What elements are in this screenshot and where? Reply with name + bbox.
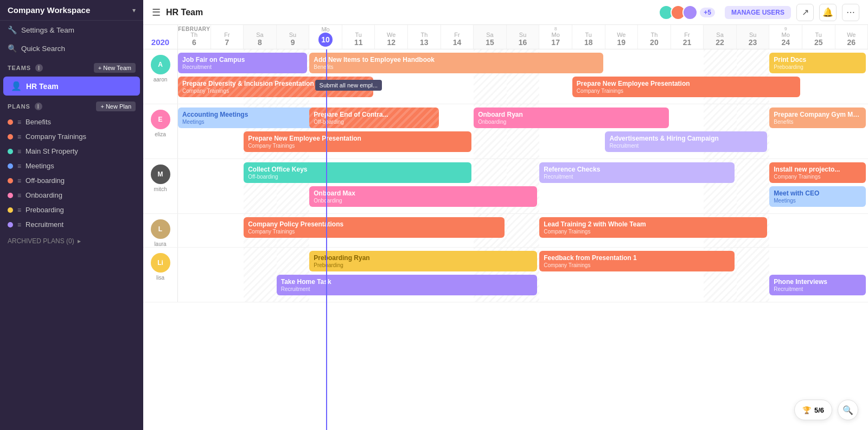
plan-name: Meetings	[25, 162, 54, 170]
plan-item-meetings[interactable]: ≡ Meetings	[0, 159, 143, 173]
plan-item-recruitment[interactable]: ≡ Recruitment	[0, 217, 143, 232]
avatar: A	[151, 55, 170, 74]
task-bar[interactable]: Print Docs Preboarding	[769, 53, 866, 73]
plan-name: Recruitment	[25, 220, 63, 229]
search-circle-button[interactable]: 🔍	[838, 400, 858, 420]
date-col-7: Fr7	[211, 25, 244, 49]
task-plan: Company Trainings	[248, 229, 500, 235]
task-bar[interactable]: Take Home Task Recruitment	[277, 275, 538, 295]
team-item-hr[interactable]: 👤 HR Team	[3, 77, 140, 96]
plan-name: Benefits	[25, 118, 51, 126]
day-num: 9	[291, 38, 295, 47]
calendar-row: Li lisa Preboarding Ryan Preboarding Fee…	[143, 248, 868, 302]
task-plan: Preboarding	[774, 64, 861, 70]
task-bar[interactable]: Lead Training 2 with Whole Team Company …	[539, 217, 767, 238]
quick-search-nav[interactable]: 🔍 Quick Search	[0, 39, 143, 58]
avatar-3	[682, 5, 698, 20]
task-plan: Onboarding	[478, 119, 665, 125]
plan-item-onboarding[interactable]: ≡ Onboarding	[0, 188, 143, 203]
plan-item-off-boarding[interactable]: ≡ Off-boarding	[0, 173, 143, 188]
task-title: Phone Interviews	[774, 278, 861, 286]
day-abbr: Su	[749, 31, 756, 38]
task-plan: Company Trainings	[774, 174, 861, 180]
task-bar[interactable]: Advertisements & Hiring Campaign Recruit…	[605, 131, 767, 152]
task-title: Prepare Company Gym Me...	[774, 111, 861, 118]
task-bar[interactable]: Onboard Ryan Onboarding	[474, 108, 669, 128]
task-bar[interactable]: Prepare Company Gym Me... Benefits	[769, 108, 866, 128]
row-grid: Collect Office Keys Off-boarding Referen…	[178, 159, 868, 213]
plans-list: ≡ Benefits ≡ Company Trainings ≡ Main St…	[0, 115, 143, 232]
settings-team-nav[interactable]: 🔧 Settings & Team	[0, 21, 143, 39]
day-abbr: Sa	[256, 31, 263, 38]
date-col-6: FEBRUARYTh6	[178, 25, 211, 49]
date-col-19: We19	[605, 25, 639, 49]
task-plan: Benefits	[774, 119, 861, 125]
archived-label: ARCHIVED PLANS (0)	[8, 237, 74, 245]
user-name: mitch	[154, 186, 167, 192]
plan-bar-icon: ≡	[17, 118, 21, 126]
task-bar[interactable]: Install new projecto... Company Training…	[769, 162, 866, 183]
weekend-overlay	[244, 248, 277, 302]
task-bar[interactable]: Onboard Max Onboarding	[309, 186, 537, 207]
task-plan: Preboarding	[314, 262, 533, 268]
date-col-16: Su16	[507, 25, 540, 49]
manage-users-button[interactable]: MANAGE USERS	[725, 6, 791, 19]
calendar-row: E eliza Accounting Meetings Meetings Pre…	[143, 104, 868, 159]
settings-icon: 🔧	[8, 26, 17, 34]
share-icon[interactable]: ↗	[796, 4, 814, 21]
menu-icon[interactable]: ☰	[152, 7, 161, 18]
row-grid: Preboarding Ryan Preboarding Feedback fr…	[178, 248, 868, 302]
calendar-body: Submit all new empl... A aaron Job Fair …	[143, 49, 868, 430]
task-plan: Benefits	[314, 64, 598, 70]
day-abbr: Th	[190, 31, 197, 38]
user-name: laura	[154, 241, 166, 247]
task-bar[interactable]: Prepare New Employee Presentation Compan…	[244, 131, 471, 152]
task-bar[interactable]: Company Policy Presentations Company Tra…	[244, 217, 505, 238]
task-bar[interactable]: Prepare New Employee Presentation Compan…	[572, 77, 800, 97]
task-bar[interactable]: Prepare End of Contra... Off-boarding	[309, 108, 438, 128]
plan-name: Onboarding	[25, 191, 62, 199]
plan-dot	[8, 134, 13, 140]
settings-label: Settings & Team	[21, 26, 74, 34]
day-num: 26	[847, 38, 856, 47]
row-user-eliza: E eliza	[143, 104, 178, 159]
month-label: FEBRUARY	[178, 26, 210, 32]
new-plan-button[interactable]: + New Plan	[96, 102, 136, 111]
day-num: 23	[749, 38, 757, 47]
sidebar-header[interactable]: Company Workspace ▾	[0, 0, 143, 21]
plan-item-benefits[interactable]: ≡ Benefits	[0, 115, 143, 129]
row-grid: Job Fair on Campus Recruitment Add New I…	[178, 49, 868, 104]
calendar-row: M mitch Collect Office Keys Off-boarding…	[143, 159, 868, 214]
team-name: HR Team	[26, 82, 59, 91]
deadline-tooltip: Submit all new empl...	[315, 80, 382, 91]
task-bar[interactable]: Phone Interviews Recruitment	[769, 275, 866, 295]
new-team-button[interactable]: + New Team	[94, 63, 136, 73]
year-label: 2020	[143, 25, 178, 49]
task-bar[interactable]: Add New Items to Employee Handbook Benef…	[309, 53, 603, 73]
task-bar[interactable]: Job Fair on Campus Recruitment	[178, 53, 307, 73]
day-abbr: Fr	[224, 31, 229, 38]
date-col-25: Tu25	[802, 25, 835, 49]
teams-section-header: TEAMS i + New Team	[0, 58, 143, 76]
topbar: ☰ HR Team +5 MANAGE USERS ↗ 🔔 ⋯	[143, 0, 868, 25]
row-user-lisa: Li lisa	[143, 248, 178, 302]
more-icon[interactable]: ⋯	[842, 4, 859, 21]
task-bar[interactable]: Collect Office Keys Off-boarding	[244, 162, 471, 183]
plan-item-preboarding[interactable]: ≡ Preboarding	[0, 203, 143, 217]
day-abbr: We	[847, 31, 856, 38]
plan-dot	[8, 149, 13, 154]
task-bar[interactable]: Reference Checks Recruitment	[539, 162, 735, 183]
task-bar[interactable]: Preboarding Ryan Preboarding	[309, 251, 537, 271]
task-bar[interactable]: Meet with CEO Meetings	[769, 186, 866, 207]
task-plan: Recruitment	[774, 286, 861, 292]
notifications-icon[interactable]: 🔔	[819, 4, 837, 21]
day-abbr: Tu	[585, 31, 592, 38]
task-title: Meet with CEO	[774, 189, 861, 197]
plan-item-company-trainings[interactable]: ≡ Company Trainings	[0, 129, 143, 144]
plan-dot	[8, 119, 13, 125]
score-button[interactable]: 🏆 5/6	[794, 400, 832, 420]
archived-plans[interactable]: ARCHIVED PLANS (0) ▸	[0, 232, 143, 250]
row-user-laura: L laura	[143, 214, 178, 247]
plan-item-main-st-property[interactable]: ≡ Main St Property	[0, 144, 143, 159]
task-bar[interactable]: Feedback from Presentation 1 Company Tra…	[539, 251, 735, 271]
